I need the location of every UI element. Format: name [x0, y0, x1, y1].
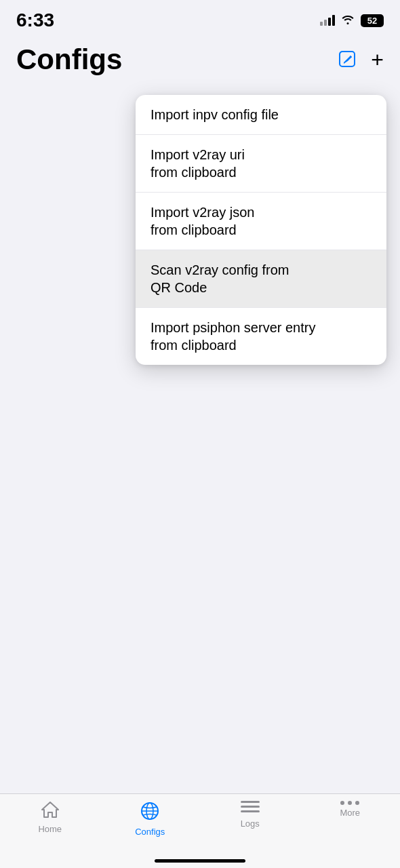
home-indicator: [155, 859, 245, 863]
tab-logs[interactable]: Logs: [200, 801, 300, 829]
add-button[interactable]: +: [371, 47, 384, 73]
header-actions: +: [337, 47, 384, 73]
menu-item-import-inpv[interactable]: Import inpv config file: [136, 95, 386, 135]
page-title: Configs: [16, 43, 122, 76]
menu-item-import-psiphon[interactable]: Import psiphon server entryfrom clipboar…: [136, 308, 386, 365]
tab-bar: Home Configs Logs: [0, 793, 400, 868]
page-header: Configs +: [0, 37, 400, 81]
logs-icon: [241, 801, 260, 816]
wifi-icon: [340, 14, 355, 28]
tab-more-label: More: [340, 808, 360, 818]
menu-item-import-v2ray-uri[interactable]: Import v2ray urifrom clipboard: [136, 135, 386, 193]
status-icons: 52: [320, 14, 384, 28]
status-bar: 6:33 52: [0, 0, 400, 37]
menu-item-import-v2ray-json[interactable]: Import v2ray jsonfrom clipboard: [136, 193, 386, 250]
home-icon: [41, 801, 60, 821]
tab-home-label: Home: [38, 824, 62, 834]
tab-home[interactable]: Home: [0, 801, 100, 834]
edit-button[interactable]: [337, 49, 357, 71]
dropdown-menu: Import inpv config file Import v2ray uri…: [136, 95, 386, 365]
tab-configs-label: Configs: [135, 827, 165, 837]
more-icon: [340, 801, 359, 805]
menu-item-scan-qr[interactable]: Scan v2ray config fromQR Code: [136, 250, 386, 308]
tab-logs-label: Logs: [241, 818, 260, 829]
signal-icon: [320, 15, 335, 26]
status-time: 6:33: [16, 9, 54, 31]
tab-more[interactable]: More: [300, 801, 401, 818]
tab-configs[interactable]: Configs: [100, 801, 201, 837]
configs-icon: [140, 801, 160, 824]
battery-indicator: 52: [361, 14, 384, 27]
